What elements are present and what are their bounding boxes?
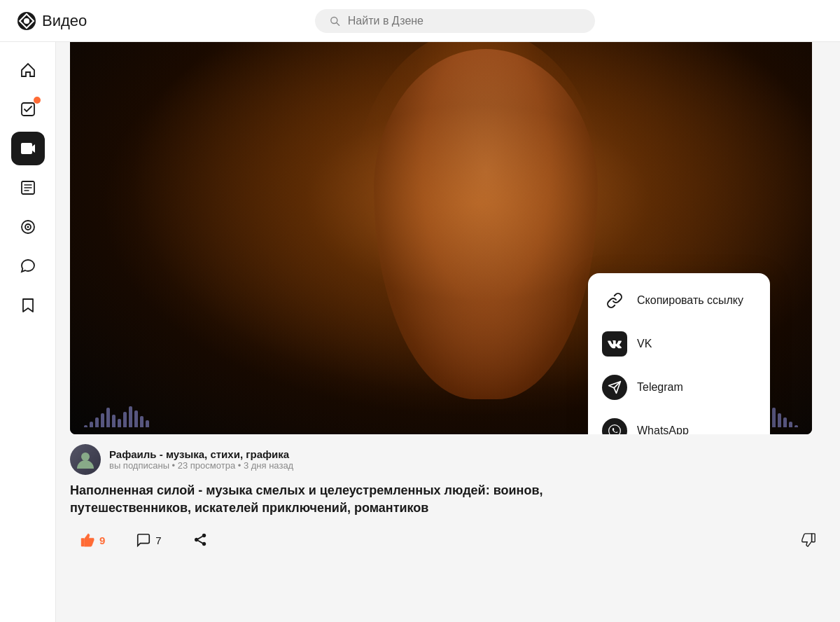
share-telegram[interactable]: Telegram: [588, 366, 770, 409]
vk-icon: [602, 331, 627, 357]
search-icon: [329, 15, 341, 27]
share-button[interactable]: [183, 527, 218, 553]
articles-icon: [20, 179, 36, 196]
search-bar[interactable]: [315, 9, 595, 33]
svg-rect-4: [21, 143, 32, 154]
like-button[interactable]: 9: [70, 527, 115, 553]
header: Видео: [0, 0, 840, 42]
logo-area[interactable]: Видео: [17, 11, 87, 31]
copy-link-icon: [602, 288, 627, 313]
dislike-button[interactable]: [791, 527, 826, 553]
sidebar-item-articles[interactable]: [11, 171, 45, 205]
svg-point-1: [24, 18, 29, 24]
sidebar-item-tasks[interactable]: [11, 92, 45, 126]
logo-text: Видео: [42, 12, 87, 30]
whatsapp-icon: [602, 418, 627, 434]
share-whatsapp[interactable]: WhatsApp: [588, 409, 770, 434]
channel-name[interactable]: Рафаиль - музыка, стихи, графика: [109, 448, 293, 460]
svg-point-8: [27, 226, 29, 228]
sidebar-item-bookmarks[interactable]: [11, 289, 45, 322]
thumbs-up-icon: [80, 532, 95, 548]
tasks-icon: [20, 101, 36, 118]
main-content: Реклама начнётся через 4 Скопировать ссы…: [56, 0, 840, 567]
action-bar: 9 7: [70, 527, 826, 553]
podcasts-icon: [20, 219, 36, 235]
share-vk[interactable]: VK: [588, 322, 770, 366]
subscriptions-icon: [20, 258, 36, 275]
share-dropdown: Скопировать ссылку VK: [588, 273, 770, 434]
video-icon: [20, 140, 36, 157]
share-icon: [192, 532, 208, 548]
sidebar-item-subscriptions[interactable]: [11, 249, 45, 283]
logo-icon: [17, 11, 36, 31]
telegram-icon: [602, 375, 627, 400]
channel-avatar[interactable]: [70, 444, 101, 475]
comment-button[interactable]: 7: [126, 527, 171, 553]
share-copy-link[interactable]: Скопировать ссылку: [588, 279, 770, 322]
thumbs-down-icon: [801, 532, 816, 548]
bookmark-icon: [20, 297, 36, 314]
comment-icon: [136, 532, 151, 548]
notification-dot: [34, 97, 41, 104]
channel-info: Рафаиль - музыка, стихи, графика вы подп…: [70, 444, 826, 475]
like-count: 9: [99, 534, 105, 546]
channel-sub: вы подписаны • 23 просмотра • 3 дня наза…: [109, 460, 293, 471]
search-input[interactable]: [348, 15, 581, 27]
svg-rect-11: [81, 539, 85, 547]
sidebar-item-podcasts[interactable]: [11, 210, 45, 244]
comment-count: 7: [155, 534, 161, 546]
sidebar-item-home[interactable]: [11, 53, 45, 87]
visualizer-left: [84, 406, 149, 427]
channel-meta: Рафаиль - музыка, стихи, графика вы подп…: [109, 448, 293, 471]
svg-rect-12: [812, 534, 816, 542]
sidebar: [0, 42, 56, 622]
svg-point-10: [81, 452, 90, 461]
video-player[interactable]: Реклама начнётся через 4 Скопировать ссы…: [70, 14, 812, 434]
video-title: Наполненная силой - музыка смелых и целе…: [70, 482, 560, 517]
sidebar-item-video[interactable]: [11, 132, 45, 165]
home-icon: [20, 62, 36, 78]
